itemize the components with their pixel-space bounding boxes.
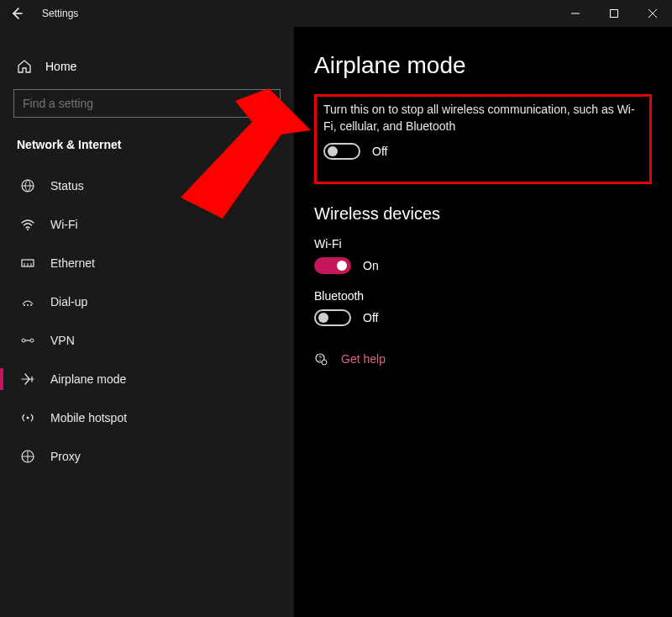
svg-point-8 [22,339,25,342]
annotation-highlight: Turn this on to stop all wireless commun… [314,94,652,184]
sidebar-item-label: Mobile hotspot [50,411,127,425]
wifi-toggle-state: On [363,259,379,272]
svg-point-9 [30,339,34,342]
sidebar-item-status[interactable]: Status [0,166,294,205]
sidebar-item-label: Airplane mode [50,372,126,386]
wifi-icon [20,217,35,232]
svg-point-13 [319,360,320,361]
minimize-icon [571,9,580,18]
airplane-toggle-state: Off [372,145,387,158]
main-content: Airplane mode Turn this on to stop all w… [294,27,672,617]
bluetooth-toggle-state: Off [363,311,378,324]
maximize-icon [610,9,618,18]
sidebar-item-proxy[interactable]: Proxy [0,437,294,476]
svg-point-7 [30,304,32,306]
search-input[interactable] [13,89,281,118]
maximize-button[interactable] [595,0,633,27]
vpn-icon [20,333,35,348]
category-title: Network & Internet [0,133,294,166]
help-icon [314,351,329,367]
bluetooth-label: Bluetooth [314,289,652,303]
sidebar-item-wifi[interactable]: Wi-Fi [0,205,294,244]
sidebar-item-label: Dial-up [50,295,87,308]
svg-point-6 [27,304,29,306]
svg-point-1 [262,99,270,107]
home-icon [17,59,32,74]
wifi-toggle[interactable] [314,257,351,274]
hotspot-icon [20,410,35,425]
svg-point-14 [322,360,327,365]
sidebar-item-airplane[interactable]: Airplane mode [0,360,294,398]
sidebar-item-hotspot[interactable]: Mobile hotspot [0,398,294,437]
sidebar-item-label: VPN [50,334,75,347]
bluetooth-toggle[interactable] [314,309,351,326]
close-button[interactable] [633,0,672,27]
svg-rect-0 [611,10,618,18]
globe-icon [20,178,35,193]
home-label: Home [45,60,76,73]
get-help-link[interactable]: Get help [341,352,386,366]
wifi-label: Wi-Fi [314,237,652,250]
sidebar-item-label: Status [50,179,84,192]
sidebar-item-dialup[interactable]: Dial-up [0,282,294,321]
sidebar-item-label: Wi-Fi [50,218,78,231]
window-title: Settings [34,8,78,19]
search-icon [260,98,272,109]
airplane-icon [20,372,35,387]
svg-point-10 [27,417,29,419]
airplane-description: Turn this on to stop all wireless commun… [323,102,643,134]
sidebar: Home Network & Internet Status Wi-Fi E [0,27,294,617]
page-title: Airplane mode [314,52,652,79]
back-arrow-icon [10,7,24,20]
sidebar-item-ethernet[interactable]: Ethernet [0,244,294,282]
wireless-section-title: Wireless devices [314,204,652,224]
minimize-button[interactable] [556,0,595,27]
home-link[interactable]: Home [0,52,294,89]
sidebar-item-label: Proxy [50,450,81,463]
close-icon [648,9,657,18]
svg-point-5 [24,304,25,306]
sidebar-item-vpn[interactable]: VPN [0,321,294,360]
dialup-icon [20,294,35,309]
airplane-toggle[interactable] [323,143,360,160]
svg-point-3 [27,229,29,230]
ethernet-icon [20,256,35,271]
sidebar-item-label: Ethernet [50,256,95,270]
back-button[interactable] [0,0,34,27]
proxy-icon [20,449,35,464]
